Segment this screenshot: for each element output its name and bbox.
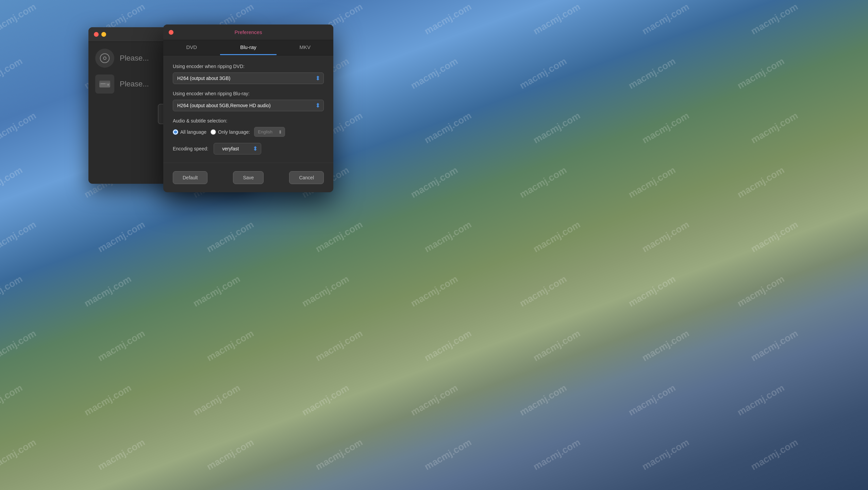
- save-button[interactable]: Save: [233, 171, 264, 184]
- audio-subtitle-section: Audio & subtitle selection: All language…: [173, 118, 324, 137]
- speed-select-wrapper: ultrafast superfast veryfast faster fast…: [214, 143, 261, 154]
- only-language-radio[interactable]: [211, 129, 216, 135]
- audio-subtitle-label: Audio & subtitle selection:: [173, 118, 324, 124]
- svg-rect-5: [101, 83, 105, 84]
- tab-mkv[interactable]: MKV: [277, 40, 333, 55]
- pref-content: Using encoder when ripping DVD: H264 (ou…: [163, 55, 333, 163]
- all-language-group: All language: [173, 129, 206, 135]
- bluray-encoder-label: Using encoder when ripping Blu-ray:: [173, 91, 324, 96]
- bg-drive-icon: [95, 75, 114, 94]
- dvd-encoder-section: Using encoder when ripping DVD: H264 (ou…: [173, 64, 324, 84]
- speed-select[interactable]: ultrafast superfast veryfast faster fast…: [214, 143, 261, 154]
- disc-svg: [99, 53, 110, 64]
- bluray-encoder-select[interactable]: H264 (output about 5GB,Remove HD audio) …: [173, 100, 324, 111]
- encoding-speed-label: Encoding speed:: [173, 146, 208, 151]
- default-button[interactable]: Default: [173, 171, 207, 184]
- bg-placeholder-1: Please...: [120, 54, 149, 63]
- bg-placeholder-2: Please...: [120, 80, 149, 88]
- footer-divider: [163, 163, 333, 163]
- dvd-encoder-select[interactable]: H264 (output about 3GB) H265 (output abo…: [173, 72, 324, 84]
- svg-rect-3: [99, 81, 110, 83]
- pref-titlebar: Preferences: [163, 24, 333, 40]
- language-select-wrapper: English French German Spanish ⬍: [254, 127, 285, 137]
- bg-disc-icon: [95, 49, 114, 68]
- audio-row: All language Only language: English Fren…: [173, 127, 324, 137]
- encoding-speed-section: Encoding speed: ultrafast superfast very…: [173, 143, 324, 154]
- preferences-dialog: Preferences DVD Blu-ray MKV Using encode…: [163, 24, 333, 192]
- bluray-encoder-select-wrapper: H264 (output about 5GB,Remove HD audio) …: [173, 100, 324, 111]
- all-language-radio[interactable]: [173, 129, 178, 135]
- bg-close-button[interactable]: [94, 32, 99, 37]
- only-language-group: Only language:: [211, 129, 250, 135]
- svg-point-1: [103, 57, 106, 60]
- dvd-encoder-label: Using encoder when ripping DVD:: [173, 64, 324, 69]
- pref-title: Preferences: [235, 29, 262, 35]
- language-select[interactable]: English French German Spanish: [254, 127, 285, 137]
- only-language-label[interactable]: Only language:: [218, 129, 250, 135]
- pref-tabs: DVD Blu-ray MKV: [163, 40, 333, 55]
- all-language-label[interactable]: All language: [180, 129, 206, 135]
- bg-minimize-button[interactable]: [101, 32, 106, 37]
- bg-traffic-lights: [94, 32, 106, 37]
- tab-dvd[interactable]: DVD: [163, 40, 220, 55]
- dvd-encoder-select-wrapper: H264 (output about 3GB) H265 (output abo…: [173, 72, 324, 84]
- bluray-encoder-section: Using encoder when ripping Blu-ray: H264…: [173, 91, 324, 111]
- drive-svg: [99, 79, 111, 89]
- tab-bluray[interactable]: Blu-ray: [220, 40, 277, 55]
- svg-point-0: [100, 54, 110, 63]
- svg-point-4: [107, 84, 109, 86]
- pref-footer: Default Save Cancel: [163, 164, 333, 192]
- pref-close-button[interactable]: [169, 30, 173, 35]
- cancel-button[interactable]: Cancel: [289, 171, 324, 184]
